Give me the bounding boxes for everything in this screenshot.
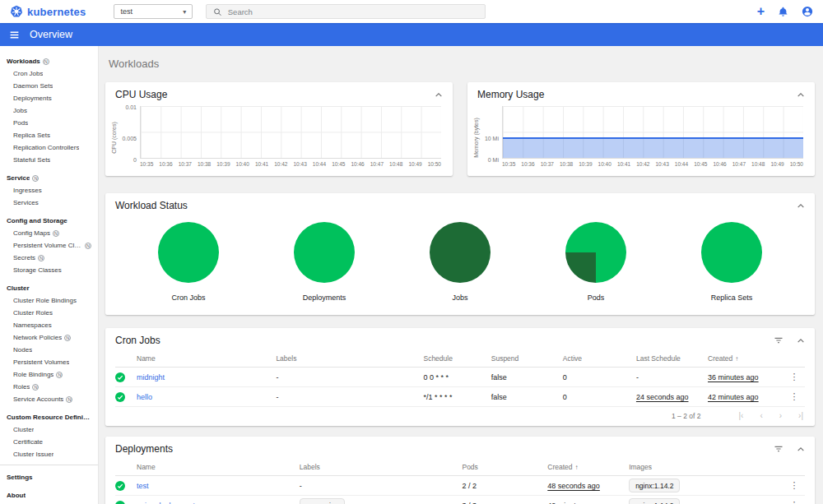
sidebar-item[interactable]: Network Policies N: [0, 331, 98, 344]
namespaced-badge: N: [32, 175, 39, 182]
sidebar-item[interactable]: Service Accounts N: [0, 393, 98, 405]
last-page-icon[interactable]: ›|: [798, 411, 803, 420]
notifications-bell-icon[interactable]: [778, 7, 788, 17]
sidebar-item[interactable]: Nodes: [0, 344, 98, 356]
sidebar-item[interactable]: Storage Classes: [0, 264, 98, 276]
pie-chart: [294, 222, 355, 283]
status-ok-icon: [115, 387, 137, 407]
namespaced-badge: N: [53, 230, 59, 237]
pie-chart-label: Cron Jobs: [171, 294, 205, 302]
previous-page-icon[interactable]: ‹: [760, 411, 762, 420]
row-menu-button[interactable]: ⋮: [783, 387, 805, 407]
sidebar-item[interactable]: Settings: [0, 471, 98, 483]
sidebar-item[interactable]: Deployments: [0, 92, 98, 104]
card-title: Workload Status: [115, 200, 188, 211]
sidebar-item[interactable]: Persistent Volume Claims N: [0, 239, 98, 252]
next-page-icon[interactable]: ›: [779, 411, 782, 420]
filter-icon[interactable]: [774, 335, 783, 345]
namespace-select[interactable]: test ▾: [114, 4, 193, 19]
column-header: Labels: [300, 459, 463, 476]
sidebar-item[interactable]: Namespaces: [0, 319, 98, 331]
cpu-usage-chart: CPU (cores) 0.01 0.005 0 10:3510:3610:37…: [105, 104, 453, 176]
sidebar-item[interactable]: Jobs: [0, 104, 98, 117]
sidebar-item-label: Pods: [13, 119, 28, 127]
x-axis-tick: 10:47: [732, 161, 746, 169]
sidebar-item[interactable]: Replication Controllers: [0, 141, 98, 154]
column-header: Schedule: [423, 350, 491, 368]
sidebar-item[interactable]: Service N: [0, 172, 98, 184]
sidebar-item[interactable]: Cron Jobs: [0, 67, 98, 80]
collapse-chevron-icon[interactable]: [797, 203, 805, 209]
row-menu-button[interactable]: ⋮: [783, 496, 805, 504]
menu-hamburger-icon[interactable]: [9, 30, 20, 40]
search-icon: [213, 7, 221, 16]
collapse-chevron-icon[interactable]: [797, 92, 805, 98]
sidebar-item-label: Config and Storage: [7, 217, 67, 224]
cronjob-last-schedule: -: [636, 368, 708, 387]
page-title: Workloads: [109, 58, 815, 70]
sidebar-item[interactable]: Workloads N: [0, 55, 98, 67]
sidebar-item[interactable]: Persistent Volumes: [0, 356, 98, 368]
sidebar-item-label: Replica Sets: [13, 132, 50, 139]
search-input[interactable]: [228, 7, 479, 16]
x-axis-tick: 10:43: [294, 161, 307, 169]
x-axis-tick: 10:35: [140, 161, 153, 169]
page-header-title: Overview: [30, 29, 72, 40]
user-account-icon[interactable]: [802, 6, 813, 17]
sidebar-item[interactable]: Pods: [0, 117, 98, 129]
create-resource-button[interactable]: +: [757, 6, 765, 17]
deployment-name-link[interactable]: test: [137, 476, 300, 496]
sidebar-item[interactable]: Config Maps N: [0, 227, 98, 239]
sidebar-item[interactable]: Role Bindings N: [0, 368, 98, 381]
sidebar-item[interactable]: Custom Resource Definitions: [0, 411, 98, 423]
x-axis-tick: 10:47: [370, 161, 384, 169]
sidebar-item[interactable]: Cluster: [0, 423, 98, 436]
deployment-name-link[interactable]: nginx-deployment: [137, 496, 300, 504]
cronjob-name-link[interactable]: hello: [137, 387, 276, 407]
label-chip: app: nginx: [300, 498, 345, 504]
search-box[interactable]: [206, 4, 486, 19]
sidebar-item[interactable]: Certificate: [0, 436, 98, 448]
main-content: Workloads CPU Usage CPU (cores) 0.01: [99, 46, 823, 504]
row-menu-button[interactable]: ⋮: [783, 476, 805, 496]
row-menu-button[interactable]: ⋮: [783, 368, 805, 387]
sidebar-item[interactable]: [0, 465, 98, 465]
collapse-chevron-icon[interactable]: [797, 338, 805, 344]
sidebar-item[interactable]: Stateful Sets: [0, 154, 98, 166]
sidebar-item[interactable]: Roles N: [0, 381, 98, 393]
brand-home-link[interactable]: kubernetes: [10, 5, 86, 18]
pie-chart: [701, 222, 762, 283]
cronjob-name-link[interactable]: midnight: [137, 368, 276, 387]
first-page-icon[interactable]: |‹: [738, 411, 743, 420]
sidebar-item[interactable]: Replica Sets: [0, 129, 98, 141]
column-header-sorted[interactable]: Created↑: [708, 350, 783, 368]
filter-icon[interactable]: [774, 444, 783, 454]
sidebar-item[interactable]: Ingresses: [0, 184, 98, 197]
sidebar-item[interactable]: Cluster Role Bindings: [0, 294, 98, 307]
collapse-chevron-icon[interactable]: [435, 92, 443, 98]
sidebar-item[interactable]: Config and Storage: [0, 215, 98, 227]
sidebar-item[interactable]: Cluster Roles: [0, 307, 98, 319]
status-ok-icon: [115, 496, 137, 504]
sidebar-item[interactable]: Cluster: [0, 282, 98, 294]
cronjob-schedule: */1 * * * *: [423, 387, 491, 407]
status-pie-block: Deployments: [287, 222, 361, 302]
cronjob-suspend: false: [491, 368, 563, 387]
sidebar-item[interactable]: Daemon Sets: [0, 80, 98, 92]
collapse-chevron-icon[interactable]: [797, 446, 805, 452]
sidebar-item[interactable]: Services: [0, 197, 98, 209]
namespaced-badge: N: [64, 335, 71, 341]
status-ok-icon: [115, 368, 137, 387]
sidebar-item[interactable]: Secrets N: [0, 252, 98, 264]
sidebar-item-label: Secrets: [13, 254, 35, 261]
y-axis-label: Memory (bytes): [473, 118, 479, 158]
sidebar-item-label: Cluster: [13, 426, 34, 433]
column-header-sorted[interactable]: Created↑: [547, 459, 629, 476]
table-pagination: 1 – 2 of 2 |‹ ‹ › ›|: [105, 407, 815, 426]
cronjobs-table: Name Labels Schedule Suspend Active Last…: [105, 350, 815, 407]
cronjob-suspend: false: [491, 387, 563, 407]
sidebar-item[interactable]: Cluster Issuer: [0, 448, 98, 460]
sidebar: Workloads N Cron Jobs Daemon Sets Deploy…: [0, 46, 99, 504]
image-chip: nginx:1.14.2: [629, 498, 680, 504]
sidebar-item[interactable]: About: [0, 489, 98, 502]
